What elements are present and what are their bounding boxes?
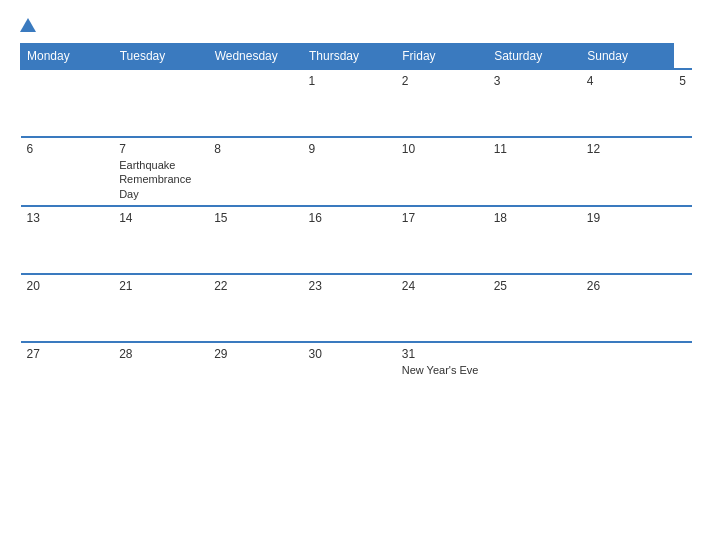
day-number: 17 (402, 211, 482, 225)
day-number: 5 (679, 74, 686, 88)
logo (20, 18, 38, 33)
day-number: 28 (119, 347, 202, 361)
day-number: 11 (494, 142, 575, 156)
weekday-header: Tuesday (113, 44, 208, 70)
day-number: 6 (27, 142, 108, 156)
day-number: 22 (214, 279, 296, 293)
calendar-day-cell: 15 (208, 206, 302, 274)
calendar-day-cell: 13 (21, 206, 114, 274)
calendar-day-cell: 28 (113, 342, 208, 410)
calendar-week-row: 67Earthquake Remembrance Day89101112 (21, 137, 693, 206)
day-number: 29 (214, 347, 296, 361)
weekday-header: Saturday (488, 44, 581, 70)
calendar-day-cell: 5 (673, 69, 692, 137)
day-number: 12 (587, 142, 668, 156)
calendar-day-cell (581, 342, 674, 410)
day-number: 13 (27, 211, 108, 225)
calendar-day-cell (113, 69, 208, 137)
calendar-day-cell: 20 (21, 274, 114, 342)
weekday-header: Monday (21, 44, 114, 70)
calendar-week-row: 20212223242526 (21, 274, 693, 342)
day-number: 26 (587, 279, 668, 293)
day-number: 14 (119, 211, 202, 225)
calendar-day-cell: 31New Year's Eve (396, 342, 488, 410)
day-number: 24 (402, 279, 482, 293)
weekday-header: Thursday (302, 44, 395, 70)
calendar-day-cell: 8 (208, 137, 302, 206)
calendar-day-cell (488, 342, 581, 410)
calendar-day-cell: 6 (21, 137, 114, 206)
day-event: New Year's Eve (402, 364, 479, 376)
calendar-day-cell: 29 (208, 342, 302, 410)
calendar-week-row: 12345 (21, 69, 693, 137)
day-number: 8 (214, 142, 296, 156)
calendar-week-row: 2728293031New Year's Eve (21, 342, 693, 410)
day-number: 31 (402, 347, 482, 361)
calendar-header-row: MondayTuesdayWednesdayThursdayFridaySatu… (21, 44, 693, 70)
calendar-day-cell: 16 (302, 206, 395, 274)
calendar-day-cell: 12 (581, 137, 674, 206)
calendar-day-cell (208, 69, 302, 137)
calendar-day-cell: 2 (396, 69, 488, 137)
calendar-header (20, 18, 692, 33)
day-number: 3 (494, 74, 575, 88)
day-number: 1 (308, 74, 389, 88)
logo-blue-text (20, 18, 38, 33)
day-number: 27 (27, 347, 108, 361)
calendar-day-cell: 22 (208, 274, 302, 342)
calendar-day-cell: 26 (581, 274, 674, 342)
day-number: 7 (119, 142, 202, 156)
calendar-day-cell: 19 (581, 206, 674, 274)
day-number: 30 (308, 347, 389, 361)
calendar-day-cell: 27 (21, 342, 114, 410)
day-number: 10 (402, 142, 482, 156)
day-number: 2 (402, 74, 482, 88)
day-number: 9 (308, 142, 389, 156)
calendar-day-cell: 17 (396, 206, 488, 274)
weekday-header: Sunday (581, 44, 674, 70)
calendar-day-cell: 18 (488, 206, 581, 274)
day-number: 21 (119, 279, 202, 293)
calendar-day-cell: 7Earthquake Remembrance Day (113, 137, 208, 206)
day-number: 25 (494, 279, 575, 293)
calendar-week-row: 13141516171819 (21, 206, 693, 274)
day-number: 20 (27, 279, 108, 293)
calendar-day-cell (21, 69, 114, 137)
logo-triangle-icon (20, 18, 36, 32)
day-number: 23 (308, 279, 389, 293)
calendar-day-cell: 10 (396, 137, 488, 206)
calendar-day-cell: 14 (113, 206, 208, 274)
calendar-day-cell: 9 (302, 137, 395, 206)
day-number: 15 (214, 211, 296, 225)
weekday-header: Wednesday (208, 44, 302, 70)
weekday-header: Friday (396, 44, 488, 70)
day-number: 16 (308, 211, 389, 225)
calendar-day-cell: 1 (302, 69, 395, 137)
day-number: 18 (494, 211, 575, 225)
calendar-day-cell: 24 (396, 274, 488, 342)
calendar-table: MondayTuesdayWednesdayThursdayFridaySatu… (20, 43, 692, 410)
calendar-day-cell: 21 (113, 274, 208, 342)
calendar-day-cell: 11 (488, 137, 581, 206)
day-number: 19 (587, 211, 668, 225)
calendar-day-cell: 4 (581, 69, 674, 137)
day-number: 4 (587, 74, 668, 88)
calendar-day-cell: 23 (302, 274, 395, 342)
calendar-day-cell: 25 (488, 274, 581, 342)
calendar-day-cell: 3 (488, 69, 581, 137)
calendar-day-cell: 30 (302, 342, 395, 410)
day-event: Earthquake Remembrance Day (119, 159, 191, 200)
